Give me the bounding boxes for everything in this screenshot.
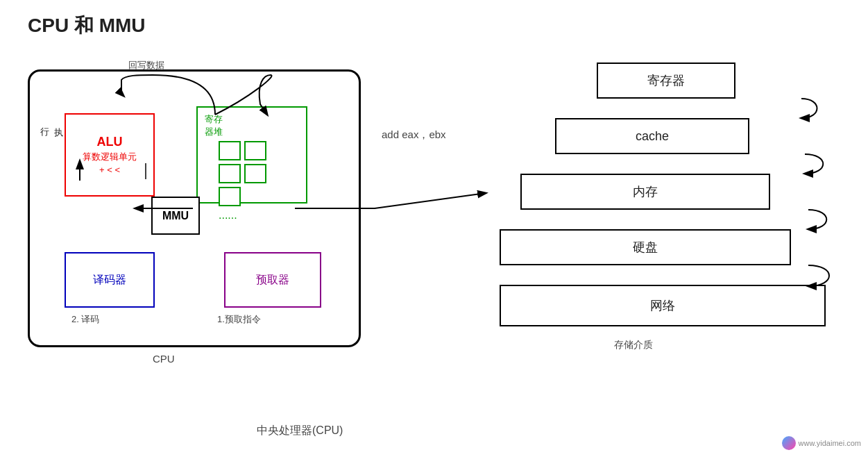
reg-cell-3 bbox=[219, 164, 241, 183]
reg-cell-1 bbox=[219, 141, 241, 160]
alu-box: ALU 算数逻辑单元 + < < bbox=[65, 113, 155, 197]
prefetch-box: 预取器 bbox=[224, 252, 321, 308]
register-title: 寄存器堆 bbox=[205, 113, 223, 138]
cpu-label: CPU bbox=[153, 353, 175, 365]
alu-subtitle: 算数逻辑单元 bbox=[83, 151, 137, 163]
decoder-box: 译码器 bbox=[65, 252, 155, 308]
writeback-label: 回写数据 bbox=[128, 59, 164, 72]
reg-cell-5 bbox=[219, 187, 241, 206]
watermark-icon bbox=[782, 436, 796, 450]
central-label: 中央处理器(CPU) bbox=[257, 424, 343, 438]
mmu-box: MMU bbox=[151, 197, 200, 235]
alu-ops: + < < bbox=[99, 165, 120, 175]
register-dots: ...... bbox=[219, 209, 237, 222]
storage-label: 存储介质 bbox=[614, 339, 653, 351]
instruction-label: add eax，ebx bbox=[382, 128, 446, 142]
hierarchy-memory: 内存 bbox=[520, 174, 770, 210]
alu-title: ALU bbox=[97, 135, 123, 149]
hierarchy-container: 寄存器 cache 内存 硬盘 网络 存储介质 bbox=[500, 63, 833, 403]
register-box: 寄存器堆 ...... bbox=[196, 106, 307, 203]
register-grid bbox=[219, 141, 266, 206]
page-title: CPU 和 MMU bbox=[28, 13, 146, 39]
cpu-box: 3执行 ALU 算数逻辑单元 + < < 寄存器堆 ...... MMU 译码器… bbox=[28, 69, 361, 347]
reg-cell-2 bbox=[244, 141, 266, 160]
hierarchy-disk: 硬盘 bbox=[500, 229, 791, 265]
hierarchy-cache: cache bbox=[555, 118, 749, 154]
hierarchy-network: 网络 bbox=[500, 285, 826, 326]
prefetch-step-label: 1.预取指令 bbox=[217, 313, 261, 326]
reg-cell-4 bbox=[244, 164, 266, 183]
decoder-step-label: 2. 译码 bbox=[71, 313, 99, 326]
watermark-text: www.yidaimei.com bbox=[799, 439, 861, 447]
hierarchy-register: 寄存器 bbox=[597, 63, 735, 99]
watermark: www.yidaimei.com bbox=[782, 436, 861, 450]
